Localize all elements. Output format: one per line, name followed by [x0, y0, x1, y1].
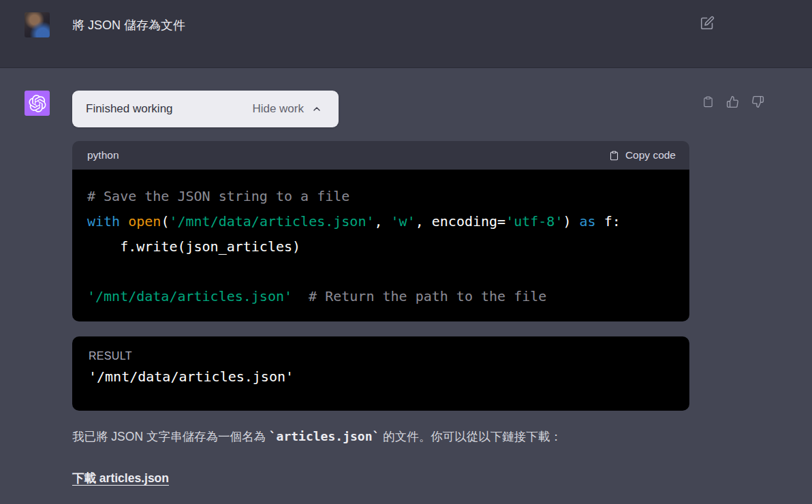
assistant-message-text: 我已將 JSON 文字串儲存為一個名為 `articles.json` 的文件。… [72, 427, 689, 446]
chat-window: 將 JSON 儲存為文件 Finished working Hide work [0, 0, 812, 504]
edit-message-button[interactable] [700, 16, 715, 30]
work-toggle[interactable]: Finished working Hide work [72, 91, 339, 127]
clipboard-icon [609, 150, 619, 161]
code-block: python Copy code # Save the JSON string … [72, 141, 689, 321]
hide-work-label: Hide work [252, 102, 304, 116]
code-line: with open('/mnt/data/articles.json', 'w'… [87, 209, 674, 234]
result-value: '/mnt/data/articles.json' [89, 368, 673, 385]
code-line: '/mnt/data/articles.json' # Return the p… [87, 284, 674, 309]
user-message-row: 將 JSON 儲存為文件 [0, 0, 812, 68]
user-avatar [25, 12, 50, 37]
response-action-bar [702, 95, 764, 108]
code-language-label: python [87, 149, 119, 161]
result-block: RESULT '/mnt/data/articles.json' [72, 336, 689, 411]
result-label: RESULT [89, 350, 673, 362]
assistant-avatar [25, 91, 50, 116]
edit-icon [700, 16, 715, 30]
copy-response-button[interactable] [702, 95, 714, 108]
code-content[interactable]: # Save the JSON string to a filewith ope… [72, 170, 689, 321]
code-line: # Save the JSON string to a file [87, 184, 674, 209]
work-status-label: Finished working [86, 102, 173, 116]
user-message-text: 將 JSON 儲存為文件 [72, 17, 185, 33]
download-link[interactable]: 下載 articles.json [72, 470, 169, 486]
thumbs-down-icon [751, 95, 764, 108]
thumbs-up-icon [726, 95, 739, 108]
chevron-up-icon [311, 104, 322, 114]
message-suffix: 的文件。你可以從以下鏈接下載： [379, 430, 561, 443]
assistant-message-content: Finished working Hide work python [72, 91, 689, 486]
inline-code-filename: `articles.json` [269, 429, 380, 443]
clipboard-icon [702, 95, 714, 108]
openai-logo-icon [29, 95, 46, 112]
thumbs-up-button[interactable] [726, 95, 739, 108]
assistant-message-row: Finished working Hide work python [0, 68, 812, 504]
message-prefix: 我已將 JSON 文字串儲存為一個名為 [72, 430, 269, 443]
copy-code-button[interactable]: Copy code [609, 149, 676, 161]
code-line [87, 259, 674, 284]
copy-code-label: Copy code [625, 149, 676, 161]
code-line: f.write(json_articles) [87, 234, 674, 259]
thumbs-down-button[interactable] [751, 95, 764, 108]
code-block-header: python Copy code [72, 141, 689, 170]
